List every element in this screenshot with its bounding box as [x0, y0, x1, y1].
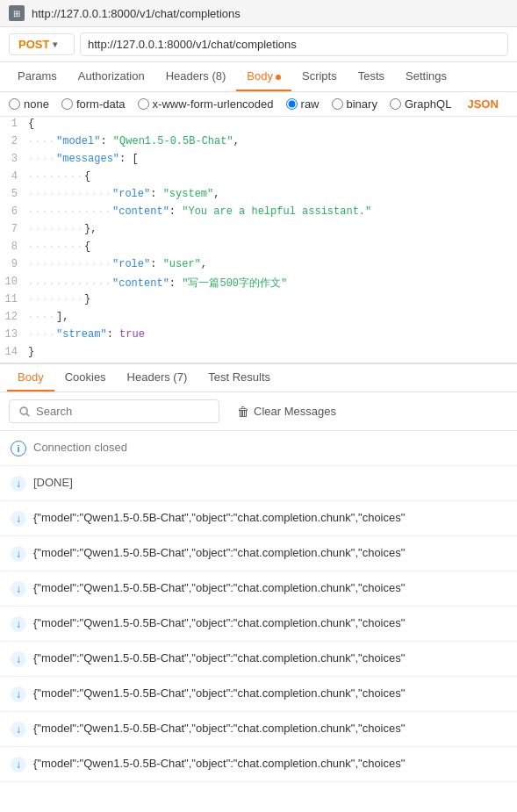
svg-point-0 — [20, 407, 27, 414]
tab-body[interactable]: Body — [236, 62, 291, 91]
message-text-6: {"model":"Qwen1.5-0.5B-Chat","object":"c… — [33, 721, 506, 737]
tab-params[interactable]: Params — [7, 62, 68, 91]
radio-raw[interactable]: raw — [286, 97, 320, 111]
down-arrow-icon-1: ↓ — [11, 546, 26, 562]
title-bar-url: http://127.0.0.1:8000/v1/chat/completion… — [32, 7, 241, 20]
message-item-connection: i Connection closed — [0, 431, 517, 466]
down-arrow-icon-2: ↓ — [11, 581, 26, 597]
down-arrow-icon-7: ↓ — [11, 757, 26, 772]
message-item-done: ↓ [DONE] — [0, 466, 517, 501]
code-line-5: 5 ············"role": "system", — [0, 187, 517, 205]
method-chevron: ▾ — [53, 40, 57, 49]
code-line-1: 1 { — [0, 117, 517, 134]
request-tabs: Params Authorization Headers (8) Body Sc… — [0, 62, 517, 92]
url-input[interactable] — [80, 32, 508, 56]
search-row: 🗑 Clear Messages — [0, 392, 517, 431]
down-arrow-icon-3: ↓ — [11, 616, 26, 632]
search-icon — [18, 406, 31, 418]
code-line-8: 8 ········{ — [0, 240, 517, 257]
message-item-0: ↓ {"model":"Qwen1.5-0.5B-Chat","object":… — [0, 501, 517, 536]
trash-icon: 🗑 — [237, 405, 249, 419]
code-line-14: 14 } — [0, 345, 517, 363]
response-tab-body[interactable]: Body — [7, 364, 54, 392]
message-item-1: ↓ {"model":"Qwen1.5-0.5B-Chat","object":… — [0, 536, 517, 571]
method-label: POST — [18, 38, 49, 51]
code-line-9: 9 ············"role": "user", — [0, 257, 517, 275]
search-input[interactable] — [36, 405, 210, 418]
down-arrow-icon-done: ↓ — [11, 476, 26, 492]
tab-scripts[interactable]: Scripts — [291, 62, 348, 91]
message-text-5: {"model":"Qwen1.5-0.5B-Chat","object":"c… — [33, 686, 506, 701]
code-line-12: 12 ····], — [0, 310, 517, 327]
response-tab-headers[interactable]: Headers (7) — [117, 364, 198, 392]
code-editor[interactable]: 1 { 2 ····"model": "Qwen1.5-0.5B-Chat", … — [0, 117, 517, 364]
title-bar: ⊞ http://127.0.0.1:8000/v1/chat/completi… — [0, 0, 517, 27]
tab-settings[interactable]: Settings — [395, 62, 457, 91]
body-options: none form-data x-www-form-urlencoded raw… — [0, 92, 517, 117]
code-line-4: 4 ········{ — [0, 169, 517, 187]
radio-form-data[interactable]: form-data — [61, 97, 126, 111]
info-icon: i — [11, 441, 26, 456]
message-text-connection: Connection closed — [33, 440, 506, 456]
messages-list: i Connection closed ↓ [DONE] ↓ {"model":… — [0, 431, 517, 782]
message-text-0: {"model":"Qwen1.5-0.5B-Chat","object":"c… — [33, 510, 506, 526]
tab-authorization[interactable]: Authorization — [68, 62, 155, 91]
message-item-7: ↓ {"model":"Qwen1.5-0.5B-Chat","object":… — [0, 747, 517, 782]
url-bar: POST ▾ — [0, 27, 517, 62]
message-text-3: {"model":"Qwen1.5-0.5B-Chat","object":"c… — [33, 615, 506, 631]
code-line-13: 13 ····"stream": true — [0, 327, 517, 345]
svg-line-1 — [26, 413, 29, 416]
tab-tests[interactable]: Tests — [348, 62, 395, 91]
response-tab-test-results[interactable]: Test Results — [197, 364, 281, 392]
message-text-4: {"model":"Qwen1.5-0.5B-Chat","object":"c… — [33, 650, 506, 666]
radio-urlencoded[interactable]: x-www-form-urlencoded — [138, 97, 274, 111]
clear-messages-button[interactable]: 🗑 Clear Messages — [228, 400, 345, 423]
code-line-6: 6 ············"content": "You are a help… — [0, 205, 517, 222]
code-line-7: 7 ········}, — [0, 222, 517, 240]
code-line-11: 11 ········} — [0, 292, 517, 310]
code-line-2: 2 ····"model": "Qwen1.5-0.5B-Chat", — [0, 134, 517, 152]
message-text-2: {"model":"Qwen1.5-0.5B-Chat","object":"c… — [33, 580, 506, 596]
message-item-6: ↓ {"model":"Qwen1.5-0.5B-Chat","object":… — [0, 712, 517, 747]
down-arrow-icon-0: ↓ — [11, 511, 26, 527]
radio-none[interactable]: none — [9, 97, 49, 111]
code-line-3: 3 ····"messages": [ — [0, 152, 517, 169]
message-item-4: ↓ {"model":"Qwen1.5-0.5B-Chat","object":… — [0, 642, 517, 677]
response-tabs: Body Cookies Headers (7) Test Results — [0, 364, 517, 392]
clear-messages-label: Clear Messages — [254, 405, 336, 418]
message-text-done: [DONE] — [33, 475, 506, 491]
message-item-2: ↓ {"model":"Qwen1.5-0.5B-Chat","object":… — [0, 571, 517, 607]
message-text-7: {"model":"Qwen1.5-0.5B-Chat","object":"c… — [33, 756, 506, 772]
message-text-1: {"model":"Qwen1.5-0.5B-Chat","object":"c… — [33, 545, 506, 561]
down-arrow-icon-4: ↓ — [11, 651, 26, 667]
response-tab-cookies[interactable]: Cookies — [54, 364, 117, 392]
body-dot — [276, 75, 281, 80]
method-select[interactable]: POST ▾ — [9, 33, 75, 55]
radio-binary[interactable]: binary — [332, 97, 377, 111]
code-line-10: 10 ············"content": "写一篇500字的作文" — [0, 275, 517, 292]
search-box — [9, 399, 219, 423]
tab-headers[interactable]: Headers (8) — [155, 62, 237, 91]
app-icon: ⊞ — [9, 5, 25, 21]
radio-graphql[interactable]: GraphQL — [390, 97, 451, 111]
json-badge[interactable]: JSON — [467, 97, 498, 111]
message-item-3: ↓ {"model":"Qwen1.5-0.5B-Chat","object":… — [0, 607, 517, 642]
message-item-5: ↓ {"model":"Qwen1.5-0.5B-Chat","object":… — [0, 677, 517, 712]
down-arrow-icon-6: ↓ — [11, 722, 26, 737]
down-arrow-icon-5: ↓ — [11, 686, 26, 702]
